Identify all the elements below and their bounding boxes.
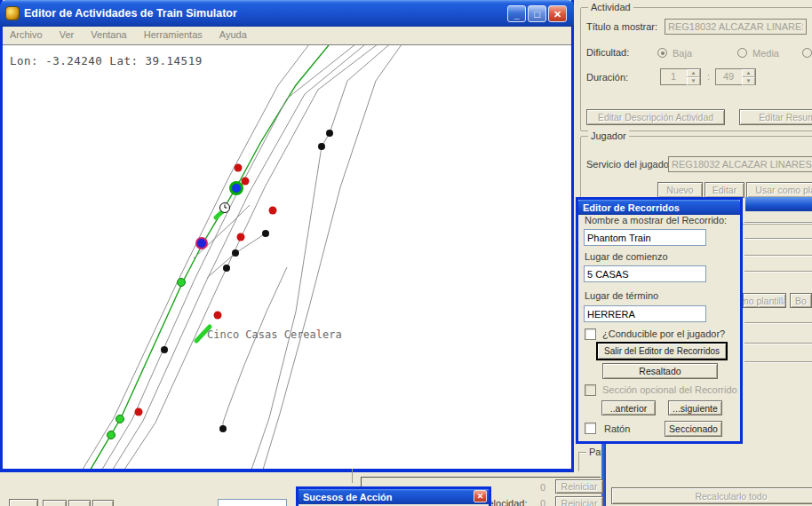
highlight-button[interactable]: Resaltado <box>602 363 718 379</box>
mouse-checkbox[interactable] <box>585 423 596 434</box>
spin-up-icon[interactable]: ▲ <box>687 69 700 77</box>
action-events-title-bar[interactable]: Sucesos de Acción ✕ <box>299 489 489 504</box>
drivable-checkbox-label: ¿Conducible por el jugador? <box>602 328 725 339</box>
velocity-value: 0 <box>533 498 545 506</box>
duration-minutes-value: 49 <box>716 71 741 82</box>
cutoff-button[interactable] <box>68 500 91 506</box>
spin-down-icon[interactable]: ▼ <box>742 77 755 85</box>
cutoff-button[interactable] <box>9 499 38 506</box>
field-edge-fragment <box>744 361 812 362</box>
route-name-label: Nombre a mostrar del Recorrido: <box>585 215 727 225</box>
end-place-field[interactable] <box>584 305 706 322</box>
next-button[interactable]: ...siguiente <box>668 400 722 415</box>
start-place-field[interactable] <box>584 265 706 282</box>
activity-group-title: Actividad <box>588 2 633 12</box>
exit-route-editor-button[interactable]: Salir del Editor de Recorridos <box>597 343 727 360</box>
title-to-show-label: Título a mostrar: <box>586 21 657 32</box>
difficulty-radio-medium[interactable] <box>737 48 747 58</box>
duration-hours-spinner[interactable]: 1 ▲▼ <box>660 68 701 85</box>
close-icon[interactable]: ✕ <box>474 490 487 502</box>
edit-button[interactable]: Editar <box>705 182 744 198</box>
duration-label: Duración: <box>586 72 628 83</box>
start-place-label: Lugar de comienzo <box>585 251 668 262</box>
screen: { "window": { "title": "Editor de Activi… <box>0 0 812 506</box>
use-template-button[interactable]: Usar como plantilla <box>746 182 812 198</box>
field-edge-fragment <box>744 322 812 323</box>
menu-ventana[interactable]: Ventana <box>84 27 133 40</box>
recalculate-all-button[interactable]: Recalcularlo todo <box>611 487 812 504</box>
close-button[interactable]: ✕ <box>548 5 567 22</box>
counter-value: 0 <box>533 482 545 493</box>
field-edge-fragment <box>744 255 812 256</box>
route-name-field[interactable] <box>584 229 706 246</box>
delete-button-partial[interactable]: Bo <box>790 293 812 308</box>
player-group-title: Jugador <box>588 130 629 141</box>
menu-archivo[interactable]: Archivo <box>3 27 50 40</box>
difficulty-radio-high[interactable] <box>802 48 812 58</box>
end-place-label: Lugar de término <box>585 290 658 301</box>
reset-button[interactable]: Reiniciar <box>555 479 603 494</box>
field-edge-fragment <box>744 343 812 344</box>
cutoff-button[interactable] <box>43 500 67 506</box>
duration-hours-value: 1 <box>661 71 686 82</box>
action-events-title: Sucesos de Acción <box>303 492 392 502</box>
difficulty-low-label: Baja <box>673 48 692 59</box>
reset-button[interactable]: Reiniciar <box>555 496 603 506</box>
route-map-canvas[interactable]: Lon: -3.24240 Lat: 39.14519 Cinco Casas … <box>3 44 571 469</box>
background-titlebar-fragment <box>745 197 812 211</box>
spin-up-icon[interactable]: ▲ <box>742 69 755 77</box>
edit-summary-button[interactable]: Editar Resumen <box>739 109 812 125</box>
spin-down-icon[interactable]: ▼ <box>687 77 700 85</box>
difficulty-medium-label: Media <box>752 48 779 59</box>
pat-group-border <box>578 452 579 471</box>
menu-bar: Archivo Ver Ventana Herramientas Ayuda <box>3 27 571 43</box>
maximize-button[interactable]: □ <box>528 5 546 22</box>
activity-title-field[interactable] <box>665 19 807 35</box>
use-template-button-partial[interactable]: mo plantilla <box>743 293 786 308</box>
panel-divider <box>352 469 353 483</box>
cutoff-dropdown[interactable] <box>218 499 287 506</box>
field-edge-fragment <box>744 238 812 239</box>
pat-group-border <box>578 452 586 453</box>
panel-border <box>361 477 601 478</box>
edit-description-button[interactable]: Editar Descripción Actividad <box>586 109 725 125</box>
field-edge-fragment <box>744 222 812 223</box>
title-bar[interactable]: Editor de Actividades de Train Simulator… <box>0 0 574 27</box>
menu-ayuda[interactable]: Ayuda <box>212 27 254 40</box>
duration-separator: : <box>707 71 710 82</box>
drivable-checkbox[interactable] <box>585 328 596 340</box>
dialog-title: Editor de Recorridos <box>583 202 680 213</box>
player-service-field[interactable] <box>668 156 812 172</box>
mouse-checkbox-label: Ratón <box>604 423 630 434</box>
action-events-window: Sucesos de Acción ✕ <box>296 486 491 506</box>
dialog-title-bar[interactable]: Editor de Recorridos <box>578 200 740 215</box>
window-title: Editor de Actividades de Train Simulator <box>24 7 237 20</box>
sectioned-button[interactable]: Seccionado <box>665 421 722 437</box>
station-label: Cinco Casas Cerealera <box>207 328 342 341</box>
menu-herramientas[interactable]: Herramientas <box>137 27 210 40</box>
difficulty-label: Dificultad: <box>586 47 629 58</box>
difficulty-radio-low[interactable] <box>657 48 667 58</box>
app-icon <box>5 6 20 20</box>
field-edge-fragment <box>744 271 812 272</box>
activity-editor-window: Editor de Actividades de Train Simulator… <box>0 0 574 472</box>
track-map[interactable]: Cinco Casas Cerealera <box>3 45 571 469</box>
optional-section-checkbox[interactable] <box>585 384 596 396</box>
player-service-label: Servicio del jugador: <box>586 159 675 170</box>
duration-minutes-spinner[interactable]: 49 ▲▼ <box>715 68 756 85</box>
new-button[interactable]: Nuevo <box>657 182 703 198</box>
previous-button[interactable]: ..anterior <box>601 400 656 415</box>
minimize-button[interactable]: _ <box>507 5 526 22</box>
optional-section-label: Sección opcional del Recorrido <box>602 384 737 395</box>
menu-ver[interactable]: Ver <box>52 27 82 40</box>
cutoff-button[interactable] <box>92 500 114 506</box>
